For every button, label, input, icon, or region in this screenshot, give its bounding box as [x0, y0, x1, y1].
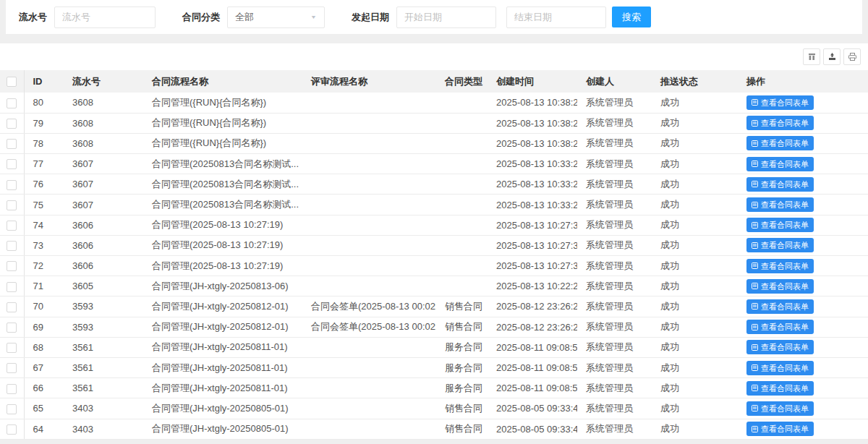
view-contract-form-button[interactable]: 查看合同表单	[746, 136, 814, 150]
view-contract-form-button[interactable]: 查看合同表单	[746, 361, 814, 375]
select-all-checkbox[interactable]	[7, 77, 17, 87]
column-settings-icon[interactable]	[803, 48, 820, 65]
cell-contract-name: 合同管理(JH-xtgly-20250811-01)	[143, 357, 302, 377]
search-button[interactable]: 搜索	[612, 7, 651, 27]
view-contract-form-button[interactable]: 查看合同表单	[746, 95, 814, 110]
view-contract-form-button[interactable]: 查看合同表单	[746, 279, 814, 294]
view-contract-form-button[interactable]: 查看合同表单	[746, 116, 814, 130]
cell-creator: 系统管理员	[577, 256, 652, 276]
row-checkbox[interactable]	[7, 200, 17, 210]
cell-actions: 查看合同表单	[738, 357, 868, 377]
cell-created-at: 2025-08-13 10:38:24	[488, 133, 577, 153]
cell-push-status: 成功	[652, 174, 738, 195]
contract-table: ID 流水号 合同流程名称 评审流程名称 合同类型 创建时间 创建人 推送状态 …	[0, 70, 868, 440]
form-icon	[752, 262, 758, 269]
row-checkbox[interactable]	[7, 282, 17, 292]
col-header-creator: 创建人	[577, 70, 652, 93]
view-contract-form-button[interactable]: 查看合同表单	[746, 238, 814, 252]
cell-serial: 3607	[64, 154, 143, 174]
cell-serial: 3403	[64, 398, 143, 419]
view-contract-form-button[interactable]: 查看合同表单	[746, 157, 814, 171]
view-contract-form-button[interactable]: 查看合同表单	[746, 381, 814, 396]
cell-contract-type	[436, 256, 488, 276]
cell-created-at: 2025-08-05 09:33:44	[488, 419, 577, 439]
col-header-contract-type: 合同类型	[436, 70, 488, 93]
cell-actions: 查看合同表单	[738, 419, 868, 439]
row-checkbox[interactable]	[7, 139, 17, 149]
cell-review-name	[302, 174, 436, 195]
row-checkbox[interactable]	[7, 424, 17, 435]
cell-contract-type	[436, 215, 488, 235]
cell-review-name	[302, 133, 436, 153]
cell-id: 69	[24, 317, 64, 337]
view-contract-form-button[interactable]: 查看合同表单	[746, 340, 814, 354]
view-contract-form-label: 查看合同表单	[761, 381, 809, 396]
end-date-input[interactable]	[506, 7, 606, 28]
view-contract-form-label: 查看合同表单	[761, 361, 809, 375]
cell-contract-name: 合同管理({RUN}{合同名称})	[143, 93, 302, 113]
row-checkbox[interactable]	[7, 98, 17, 108]
row-checkbox[interactable]	[7, 221, 17, 231]
cell-push-status: 成功	[652, 215, 738, 235]
row-checkbox[interactable]	[7, 159, 17, 169]
row-select-cell	[0, 357, 24, 377]
cell-id: 64	[24, 419, 64, 439]
row-checkbox[interactable]	[7, 241, 17, 251]
row-checkbox[interactable]	[7, 363, 17, 373]
cell-id: 79	[24, 113, 64, 133]
cell-created-at: 2025-08-13 10:27:31	[488, 256, 577, 276]
cell-review-name: 合同会签单(2025-08-13 00:02:45 (...	[302, 296, 436, 317]
form-icon	[752, 140, 758, 147]
table-row: 66 3561 合同管理(JH-xtgly-20250811-01) 服务合同 …	[0, 378, 868, 398]
row-checkbox[interactable]	[7, 302, 17, 312]
cell-actions: 查看合同表单	[738, 276, 868, 296]
cell-actions: 查看合同表单	[738, 215, 868, 235]
contract-push-list: ID 流水号 合同流程名称 评审流程名称 合同类型 创建时间 创建人 推送状态 …	[0, 43, 868, 440]
row-checkbox[interactable]	[7, 323, 17, 333]
row-checkbox[interactable]	[7, 404, 17, 414]
row-select-cell	[0, 296, 24, 317]
cell-creator: 系统管理员	[577, 195, 652, 215]
cell-push-status: 成功	[652, 357, 738, 377]
cell-created-at: 2025-08-05 09:33:44	[488, 398, 577, 419]
view-contract-form-button[interactable]: 查看合同表单	[746, 218, 814, 232]
row-select-cell	[0, 154, 24, 174]
form-icon	[752, 385, 758, 391]
col-header-actions: 操作	[738, 70, 868, 93]
cell-contract-name: 合同管理(20250813合同名称测试...	[143, 195, 302, 215]
view-contract-form-button[interactable]: 查看合同表单	[746, 259, 814, 273]
cell-contract-name: 合同管理(JH-xtgly-20250813-06)	[143, 276, 302, 296]
row-checkbox[interactable]	[7, 119, 17, 129]
row-select-cell	[0, 419, 24, 439]
cell-actions: 查看合同表单	[738, 174, 868, 195]
cell-contract-type	[436, 154, 488, 174]
cell-review-name	[302, 113, 436, 133]
start-date-input[interactable]	[396, 7, 496, 28]
cell-push-status: 成功	[652, 93, 738, 113]
cell-actions: 查看合同表单	[738, 195, 868, 215]
table-row: 70 3593 合同管理(JH-xtgly-20250812-01) 合同会签单…	[0, 296, 868, 317]
view-contract-form-button[interactable]: 查看合同表单	[746, 197, 814, 212]
category-select[interactable]: 全部 ▼	[227, 7, 325, 28]
print-icon[interactable]	[843, 48, 861, 65]
cell-push-status: 成功	[652, 195, 738, 215]
row-checkbox[interactable]	[7, 343, 17, 353]
row-checkbox[interactable]	[7, 261, 17, 271]
view-contract-form-button[interactable]: 查看合同表单	[746, 422, 814, 436]
cell-actions: 查看合同表单	[738, 133, 868, 153]
view-contract-form-label: 查看合同表单	[761, 157, 809, 171]
serial-input[interactable]	[54, 7, 156, 28]
cell-contract-type	[436, 113, 488, 133]
cell-contract-name: 合同管理(JH-xtgly-20250812-01)	[143, 317, 302, 337]
view-contract-form-button[interactable]: 查看合同表单	[746, 299, 814, 314]
form-icon	[752, 324, 758, 330]
cell-contract-type: 服务合同	[436, 378, 488, 398]
row-checkbox[interactable]	[7, 384, 17, 394]
view-contract-form-button[interactable]: 查看合同表单	[746, 177, 814, 192]
row-select-cell	[0, 398, 24, 419]
row-checkbox[interactable]	[7, 180, 17, 190]
export-icon[interactable]	[823, 48, 841, 65]
view-contract-form-button[interactable]: 查看合同表单	[746, 320, 814, 334]
cell-contract-type	[436, 93, 488, 113]
view-contract-form-button[interactable]: 查看合同表单	[746, 401, 814, 416]
